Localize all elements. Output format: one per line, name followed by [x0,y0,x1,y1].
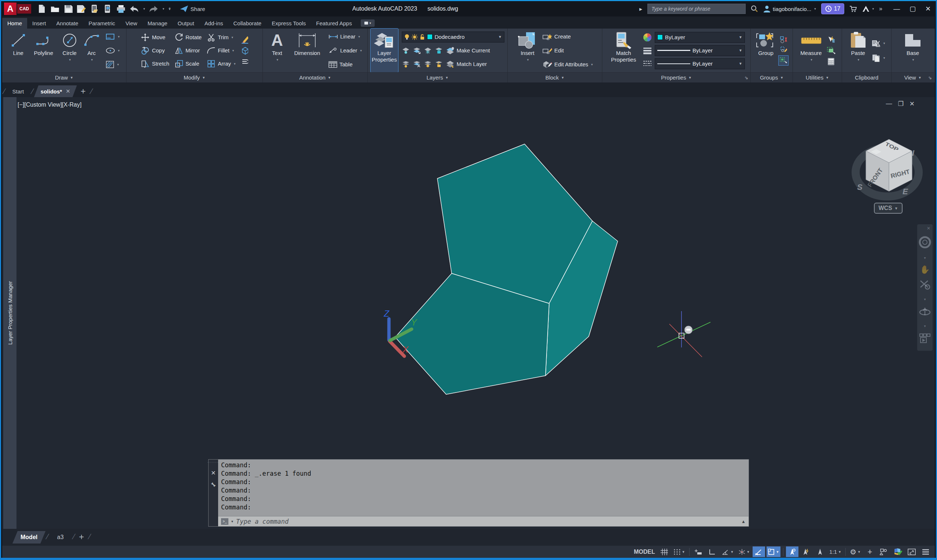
panel-title-annotation[interactable]: Annotation▼ [263,72,367,83]
account-menu[interactable]: tiagobonifacio... ▾ [763,5,816,12]
trim-button[interactable]: Trim▾ [207,32,233,43]
trial-days-badge[interactable]: 17 [821,3,845,14]
view-launcher-icon[interactable]: ⇘ [928,75,932,80]
tab-parametric[interactable]: Parametric [83,18,121,29]
panel-title-clipboard[interactable]: Clipboard [842,72,891,83]
wcs-dropdown[interactable]: WCS▼ [874,203,903,214]
new-layout-button[interactable]: + [79,532,84,542]
clean-screen-button[interactable] [905,546,918,557]
isodraft-toggle[interactable]: ▼ [737,546,751,557]
workspace-switching-button[interactable]: ⚙▼ [848,546,862,557]
minimize-button[interactable]: — [893,5,900,13]
quick-select-button[interactable] [828,36,835,43]
ellipse-button[interactable]: ▾ [106,45,120,56]
panel-title-draw[interactable]: Draw▼ [2,72,126,83]
paste-button[interactable]: Paste ▾ [848,29,868,72]
navigation-bar[interactable]: ✕ ▾ ✋ ▾ ▾ [917,224,932,351]
line-button[interactable]: Line [9,29,28,72]
command-close-icon[interactable]: ✕ [211,469,215,477]
object-snap-dropdown-arrow[interactable]: ▼ [776,550,779,554]
make-current-button[interactable]: Make Current [446,45,490,56]
save-button[interactable] [63,4,73,14]
file-tab-close-icon[interactable]: ✕ [66,88,71,95]
edit-block-button[interactable]: Edit [543,45,564,56]
model-space-toggle[interactable]: MODEL [632,546,657,557]
new-drawing-tab-button[interactable]: + [81,86,86,96]
panel-title-groups[interactable]: Groups▼ [751,72,792,83]
cut-button[interactable]: ▾ [872,38,885,49]
object-snap-toggle[interactable]: ▼ [766,546,780,557]
annotation-autoscale-toggle[interactable] [800,546,812,557]
panel-title-block[interactable]: Block▼ [508,72,602,83]
layer-turn-on-icon[interactable] [402,61,410,68]
tab-featured-apps[interactable]: Featured Apps [311,18,357,29]
panel-title-utilities[interactable]: Utilities▼ [793,72,842,83]
navbar-zoom-arrow[interactable]: ▾ [924,297,926,301]
mirror-button[interactable]: Mirror [174,45,200,56]
viewcube-south[interactable]: S [857,183,863,192]
polar-dropdown-arrow[interactable]: ▼ [731,550,734,554]
undo-button[interactable] [129,4,139,14]
navbar-wheel-arrow[interactable]: ▾ [924,256,926,260]
autodesk-apps-button[interactable]: ▾ [862,5,874,12]
annotation-monitor-button[interactable]: + [864,546,876,557]
new-file-button[interactable] [37,4,46,14]
polar-tracking-toggle[interactable]: ▼ [720,546,735,557]
tab-express-tools[interactable]: Express Tools [266,18,311,29]
tab-home[interactable]: Home [2,18,27,29]
measure-button[interactable]: Measure ▾ [799,29,823,72]
linear-button[interactable]: Linear▾ [328,31,360,42]
customization-menu-button[interactable] [919,546,932,557]
isodraft-dropdown-arrow[interactable]: ▼ [747,550,750,554]
navbar-close-icon[interactable]: ✕ [927,226,931,231]
panel-title-view[interactable]: View▼⇘ [892,72,934,83]
save-as-button[interactable] [77,4,86,14]
layer-thaw-all-icon[interactable] [424,61,432,68]
isolate-objects-button[interactable] [878,546,890,557]
search-expand-chevron[interactable]: ▸ [639,6,642,12]
lineweight-dropdown[interactable]: ByLayer▼ [655,45,745,56]
rectangle-button[interactable]: ▾ [106,31,120,42]
command-window[interactable]: ······ ✕ 🔧︎ Command: Command: _.erase 1 … [208,459,749,527]
insert-dropdown-arrow[interactable]: ▾ [527,57,529,63]
group-selection-toggle[interactable] [779,56,788,65]
text-dropdown-arrow[interactable]: ▾ [277,57,278,63]
erase-button[interactable] [241,36,248,43]
close-button[interactable]: ✕ [925,5,931,13]
array-button[interactable]: Array▾ [207,58,235,69]
ungroup-button[interactable] [780,36,787,43]
group-button[interactable]: Group [755,29,777,72]
leader-button[interactable]: Leader▾ [328,45,362,56]
layer-unisolate-icon[interactable] [413,61,421,68]
annotation-scale-arrow[interactable] [814,546,826,557]
stretch-button[interactable]: Stretch [141,58,169,69]
layer-unlock-all-icon[interactable] [435,61,443,68]
table-button[interactable]: Table [328,59,353,70]
copy-button[interactable]: Copy [141,45,165,56]
annotation-scale-value[interactable]: 1:1▼ [828,546,843,557]
arc-button[interactable]: Arc ▾ [83,29,100,72]
scale-button[interactable]: Scale [174,58,199,69]
panel-title-properties[interactable]: Properties▼⇘ [602,72,751,83]
base-button[interactable]: Base ▾ [902,29,924,72]
navbar-orbit-arrow[interactable]: ▾ [924,324,926,328]
file-tab-start[interactable]: Start [6,85,31,97]
text-button[interactable]: A Text ▾ [268,29,286,72]
clip-button[interactable] [241,58,248,65]
layout-tab-model[interactable]: Model [12,531,45,543]
object-color-dropdown[interactable]: ByLayer▼ [655,32,745,43]
graphics-performance-button[interactable] [892,546,904,557]
pan-hand-icon[interactable]: ✋ [920,265,930,274]
tab-addins[interactable]: Add-ins [199,18,228,29]
match-properties-button[interactable]: Match Properties [608,29,639,72]
help-search-input[interactable] [648,4,746,14]
group-edit-button[interactable] [780,46,787,53]
annotation-visibility-toggle[interactable] [786,546,799,557]
tab-output[interactable]: Output [173,18,199,29]
command-customize-wrench-icon[interactable]: 🔧︎ [211,482,216,488]
layer-freeze-icon[interactable] [424,47,432,54]
create-block-button[interactable]: Create [543,31,571,42]
base-dropdown-arrow[interactable]: ▾ [912,57,914,63]
cart-button[interactable] [849,6,857,12]
snap-mode-toggle[interactable]: ▼ [672,546,687,557]
